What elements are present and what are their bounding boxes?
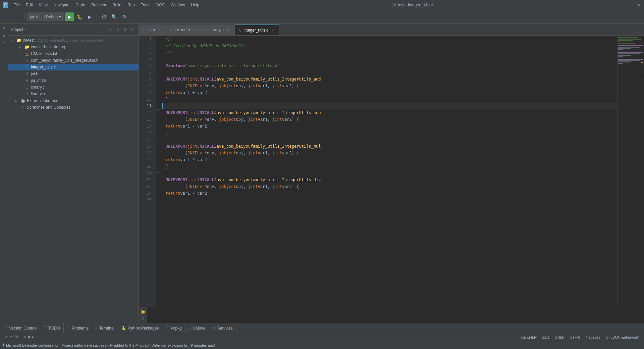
status-position[interactable]: 11:1 — [540, 333, 551, 341]
header-file-icon-beiyou: H — [24, 58, 30, 63]
tree-item-ext-libs[interactable]: ▶ 📚 External Libraries — [8, 97, 139, 104]
tree-item-beiyou[interactable]: ▶ H com_beiyoufamily_utils_IntegerUtils.… — [8, 57, 139, 64]
line-num-1: 1 — [139, 36, 153, 42]
tab-jni-md-h[interactable]: H jni_md.h ✕ — [166, 24, 201, 35]
minimize-button[interactable]: ─ — [623, 2, 628, 8]
warnings-count: ⚠ 12 — [9, 335, 18, 339]
status-indent[interactable]: 4 spaces — [584, 333, 602, 341]
tab-integer-utils-label: integer_utils.c — [244, 28, 268, 33]
profiler-button[interactable]: ⏱ — [100, 12, 108, 21]
coverage-button[interactable]: ▶ — [85, 12, 94, 21]
bottom-tab-services[interactable]: ⚙ Services — [209, 323, 236, 333]
cmake-build-arrow: ▶ — [19, 45, 23, 49]
tab-integer-utils[interactable]: C integer_utils.c ✕ — [235, 24, 279, 35]
tree-item-library-h[interactable]: ▶ H library.h — [8, 91, 139, 97]
tab-library-h-close[interactable]: ✕ — [226, 28, 230, 32]
tree-item-jni-md[interactable]: ▶ H jni_md.h — [8, 77, 139, 84]
debug-button[interactable]: 🐛 — [75, 12, 84, 21]
window-controls: ─ □ ✕ — [623, 2, 641, 8]
menu-help[interactable]: Help — [188, 2, 202, 8]
tree-item-cmake-build[interactable]: ▶ 📁 cmake-build-debug — [8, 44, 139, 50]
line-num-6: 6 — [139, 69, 153, 76]
minimap-warning-marker-3 — [641, 103, 643, 103]
bookmarks-icon[interactable]: ★ — [1, 32, 7, 39]
code-line-25: } — [162, 197, 617, 203]
database-icon[interactable]: 🗄 — [140, 316, 147, 323]
forward-button[interactable]: → — [13, 12, 21, 21]
tree-item-integer-utils[interactable]: ▶ C integer_utils.c — [8, 64, 139, 70]
status-line-ending[interactable]: CRLF — [553, 333, 567, 341]
tab-jni-h[interactable]: H jni.h ✕ — [139, 24, 166, 35]
bottom-tab-cmake[interactable]: △ CMake — [185, 323, 209, 333]
bottom-tab-vcpkg[interactable]: ☰ Vcpkg — [162, 323, 185, 333]
project-icon[interactable]: P — [1, 25, 7, 32]
menu-edit[interactable]: Edit — [23, 2, 36, 8]
code-editor[interactable]: // // Created by 48420 on 2023/6/12. // … — [162, 36, 617, 307]
maximize-button[interactable]: □ — [629, 2, 635, 8]
tree-item-scratches[interactable]: ▶ ✏ Scratches and Consoles — [8, 104, 139, 111]
fold-btn-12[interactable]: ▾ — [156, 107, 160, 112]
code-line-21 — [162, 170, 617, 177]
fold-btn-17[interactable]: ▾ — [156, 139, 160, 144]
close-button[interactable]: ✕ — [636, 2, 641, 8]
folder-icon: 📁 — [24, 44, 30, 50]
bottom-tab-version-control[interactable]: ⎇ Version Control — [0, 323, 40, 333]
tab-jni-h-close[interactable]: ✕ — [157, 28, 162, 32]
menu-file[interactable]: File — [11, 2, 22, 8]
project-settings-button[interactable]: ⚙ — [122, 26, 128, 33]
menu-view[interactable]: View — [36, 2, 50, 8]
new-file-button[interactable]: + — [107, 26, 114, 33]
tab-integer-utils-close[interactable]: ✕ — [270, 28, 275, 33]
bottom-tab-python[interactable]: 🐍 Python Packages — [118, 323, 162, 333]
menu-tools[interactable]: Tools — [138, 2, 153, 8]
line-num-2: 2 — [139, 42, 153, 49]
tree-item-cmakelists[interactable]: ▶ △ CMakeLists.txt — [8, 50, 139, 57]
bottom-tab-terminal[interactable]: > Terminal — [92, 323, 118, 333]
tabs-overflow-button[interactable]: ⋮ — [636, 29, 641, 35]
cursor-position: 11:1 — [542, 335, 549, 339]
bottom-tab-problems[interactable]: ⚠ Problems — [64, 323, 93, 333]
menu-navigate[interactable]: Navigate — [51, 2, 72, 8]
project-header-buttons: + ≡ ⚙ ✕ — [107, 26, 136, 33]
menu-code[interactable]: Code — [73, 2, 88, 8]
minimap-content — [618, 36, 644, 65]
search-everywhere-button[interactable]: 🔍 — [110, 12, 118, 21]
menu-build[interactable]: Build — [110, 2, 124, 8]
tree-item-jni-h[interactable]: ▶ H jni.h — [8, 70, 139, 77]
run-button[interactable]: ▶ — [65, 12, 74, 21]
menu-vcs[interactable]: VCS — [154, 2, 167, 8]
bottom-tab-cmake-label: CMake — [193, 326, 206, 331]
code-line-7: JNIEXPORT jint JNICALL Java_com_beiyoufa… — [162, 76, 617, 83]
status-language[interactable]: C (JSON Enhanced) — [604, 333, 641, 341]
collapse-all-button[interactable]: ≡ — [114, 26, 121, 33]
menu-run[interactable]: Run — [125, 2, 138, 8]
version-control-icon: ⎇ — [3, 326, 8, 330]
minimap — [617, 36, 644, 307]
titlebar: C File Edit View Navigate Code Refactor … — [0, 0, 644, 10]
back-button[interactable]: ← — [3, 12, 11, 21]
status-encoding[interactable]: UTF-8 — [568, 333, 582, 341]
menu-window[interactable]: Window — [168, 2, 188, 8]
project-dropdown-icon[interactable]: ▾ — [24, 28, 26, 31]
fold-8 — [156, 81, 162, 87]
left-sidebar-icons: P ★ ≡ — [0, 23, 8, 323]
tree-root[interactable]: ▾ 📁 jni-test C:\Applications\CLion\works… — [8, 37, 139, 44]
fold-btn-7[interactable]: ▾ — [156, 76, 160, 81]
bottom-tab-todo[interactable]: ☰ TODO — [40, 323, 63, 333]
errors-icon: ✕ — [23, 335, 26, 339]
tab-library-h[interactable]: H library.h ✕ — [201, 24, 235, 35]
fold-btn-22[interactable]: ▾ — [156, 170, 160, 175]
notifications-icon[interactable]: 🔔 — [140, 309, 147, 315]
tab-jni-md-close[interactable]: ✕ — [192, 28, 197, 32]
settings-button[interactable]: ⚙ — [120, 12, 128, 21]
structure-icon[interactable]: ≡ — [1, 40, 7, 46]
tree-item-library-c[interactable]: ▶ C library.c — [8, 84, 139, 91]
status-errors[interactable]: ✕ ✕ 4 — [21, 333, 36, 341]
run-config-selector[interactable]: jni_test | Debug ▾ — [27, 12, 64, 21]
status-clang-tidy[interactable]: clang-tidy — [519, 333, 539, 341]
close-panel-button[interactable]: ✕ — [129, 26, 136, 33]
menu-refactor[interactable]: Refactor — [89, 2, 109, 8]
status-warnings[interactable]: ⚠ ⚠ 12 — [3, 333, 20, 341]
bottom-tab-terminal-label: Terminal — [99, 326, 114, 331]
line-num-8: 8 — [139, 83, 153, 89]
